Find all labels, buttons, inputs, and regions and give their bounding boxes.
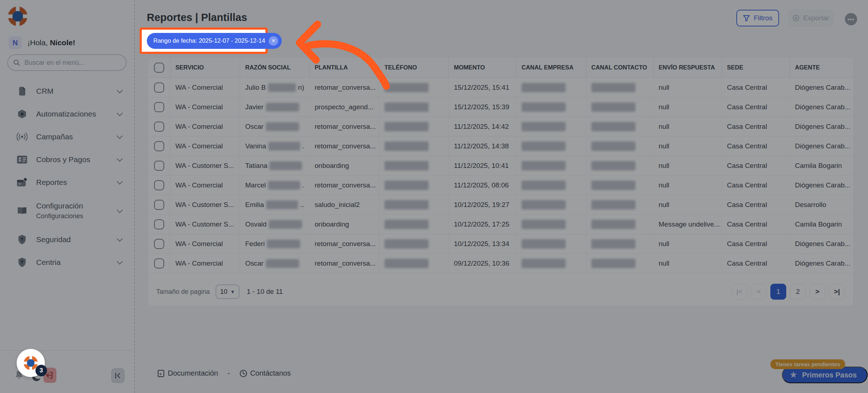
export-button[interactable]: Exportar — [788, 10, 833, 26]
cell-envio-respuesta: null — [654, 234, 722, 253]
table-row[interactable]: WA - Comercial Julio Bn) retomar_convers… — [148, 78, 853, 97]
cell-canal-contacto — [586, 254, 654, 273]
col-sede[interactable]: SEDE — [722, 58, 790, 77]
cell-momento: 10/12/2025, 19:27 — [449, 195, 516, 214]
first-page-button[interactable]: |< — [731, 284, 747, 300]
row-checkbox[interactable] — [154, 141, 164, 151]
table-row[interactable]: WA - Comercial Federi retomar_conversa..… — [148, 234, 853, 254]
cell-plantilla: onboarding — [310, 215, 379, 234]
redacted-text — [522, 220, 566, 229]
row-checkbox[interactable] — [154, 219, 164, 229]
sidebar-item-label: Centria — [36, 258, 61, 267]
cell-razon-social: Emilia.. — [240, 195, 310, 214]
col-momento[interactable]: MOMENTO — [449, 58, 516, 77]
user-avatar[interactable]: N — [9, 36, 22, 49]
cell-agente: Diógenes Carab... — [790, 97, 853, 117]
prev-page-button[interactable]: < — [751, 284, 767, 300]
table-row[interactable]: WA - Customer S... Osvald onboarding 10/… — [148, 215, 853, 234]
cell-telefono — [379, 117, 449, 136]
table-row[interactable]: WA - Customer S... Tatiana onboarding 11… — [148, 156, 853, 176]
cell-envio-respuesta: null — [654, 195, 722, 214]
redacted-text — [522, 161, 566, 170]
sidebar-item-label: Cobros y Pagos — [36, 155, 90, 164]
cell-plantilla: saludo_inicial2 — [310, 195, 379, 214]
documentation-link[interactable]: Documentación — [157, 369, 218, 377]
table-row[interactable]: WA - Customer S... Emilia.. saludo_inici… — [148, 195, 853, 215]
cell-canal-empresa — [516, 176, 586, 195]
greeting: N ¡Hola, Nicole! — [9, 36, 75, 49]
templates-table: SERVICIO RAZÓN SOCIAL PLANTILLA TELÉFONO… — [148, 57, 854, 306]
select-all-checkbox[interactable] — [154, 63, 164, 73]
row-checkbox[interactable] — [154, 200, 164, 210]
id-card-icon — [17, 154, 27, 165]
row-checkbox[interactable] — [154, 258, 164, 269]
sidebar-item-seguridad[interactable]: Seguridad — [0, 228, 135, 251]
cell-razon-social: Vanina. — [240, 136, 310, 156]
table-row[interactable]: WA - Comercial Oscar retomar_conversa...… — [148, 117, 853, 136]
sidebar-item-configuracion[interactable]: Configuración Configuraciones — [0, 194, 135, 228]
table-row[interactable]: WA - Comercial Oscar retomar_conversa...… — [148, 254, 853, 273]
collapse-sidebar-icon[interactable] — [111, 368, 124, 383]
page-1-button[interactable]: 1 — [770, 284, 786, 300]
col-servicio[interactable]: SERVICIO — [170, 58, 240, 77]
table-row[interactable]: WA - Comercial Vanina. retomar_conversa.… — [148, 136, 853, 156]
cell-momento: 15/12/2025, 15:41 — [449, 78, 516, 97]
chip-close-icon[interactable]: ✕ — [269, 36, 278, 46]
cell-servicio: WA - Comercial — [170, 254, 240, 273]
sidebar-item-reportes[interactable]: Reportes — [0, 171, 135, 194]
table-pagination: Tamaño de pagina 10▼ 1 - 10 de 11 |< < 1… — [148, 277, 854, 306]
sidebar-item-cobros-y-pagos[interactable]: Cobros y Pagos — [0, 148, 135, 171]
pending-tasks-badge: Tienes tareas pendientes — [770, 359, 845, 369]
col-razon-social[interactable]: RAZÓN SOCIAL — [240, 58, 310, 77]
page-2-button[interactable]: 2 — [790, 284, 806, 300]
cell-momento: 09/12/2025, 10:36 — [449, 254, 516, 273]
date-range-filter-chip[interactable]: Rango de fecha: 2025-12-07 - 2025-12-14 … — [147, 33, 282, 49]
last-page-button[interactable]: >| — [829, 284, 845, 300]
cell-telefono — [379, 97, 449, 117]
col-telefono[interactable]: TELÉFONO — [379, 58, 449, 77]
user-menu-dots[interactable]: ••• — [845, 13, 857, 25]
row-checkbox[interactable] — [154, 239, 164, 249]
search-icon — [13, 59, 20, 67]
footer-separator: - — [227, 369, 230, 377]
row-checkbox[interactable] — [154, 161, 164, 171]
table-row[interactable]: WA - Comercial Javier prospecto_agend...… — [148, 97, 853, 117]
col-envio-respuesta[interactable]: ENVÍO RESPUESTA — [654, 58, 722, 77]
cell-sede: Casa Central — [722, 254, 790, 273]
row-checkbox[interactable] — [154, 83, 164, 93]
cell-agente: Diógenes Carab... — [790, 254, 853, 273]
sidebar-item-campanas[interactable]: Campañas — [0, 125, 135, 148]
col-canal-empresa[interactable]: CANAL EMPRESA — [516, 58, 586, 77]
cell-canal-empresa — [516, 97, 586, 117]
cell-envio-respuesta: Message undelive... — [654, 215, 722, 234]
file-icon — [17, 86, 27, 97]
sidebar-item-automatizaciones[interactable]: Automatizaciones — [0, 102, 135, 125]
redacted-text — [269, 161, 302, 170]
col-canal-contacto[interactable]: CANAL CONTACTO — [586, 58, 654, 77]
filters-button[interactable]: Filtros — [736, 10, 779, 26]
col-agente[interactable]: AGENTE — [790, 58, 853, 77]
row-checkbox[interactable] — [154, 122, 164, 132]
search-input[interactable] — [25, 59, 121, 67]
row-checkbox[interactable] — [154, 180, 164, 190]
contact-link[interactable]: Contáctanos — [239, 369, 291, 377]
page-title: Reportes | Plantillas — [147, 12, 247, 24]
cell-telefono — [379, 215, 449, 234]
page-size-select[interactable]: 10▼ — [216, 284, 239, 299]
row-checkbox[interactable] — [154, 102, 164, 112]
cell-canal-contacto — [586, 78, 654, 97]
cell-telefono — [379, 176, 449, 195]
table-row[interactable]: WA - Comercial Marcel. retomar_conversa.… — [148, 176, 853, 195]
sidebar-search[interactable] — [7, 54, 127, 71]
col-plantilla[interactable]: PLANTILLA — [310, 58, 379, 77]
cell-envio-respuesta: null — [654, 78, 722, 97]
next-page-button[interactable]: > — [809, 284, 825, 300]
broadcast-icon — [17, 131, 27, 142]
sidebar-item-crm[interactable]: CRM — [0, 80, 135, 102]
cell-servicio: WA - Comercial — [170, 97, 240, 117]
cell-agente: Camila Bogarin — [790, 156, 853, 175]
chevron-down-icon — [117, 156, 123, 162]
cell-razon-social: Julio Bn) — [240, 78, 310, 97]
cell-sede: Casa Central — [722, 78, 790, 97]
sidebar-item-centria[interactable]: Centria — [0, 251, 135, 274]
